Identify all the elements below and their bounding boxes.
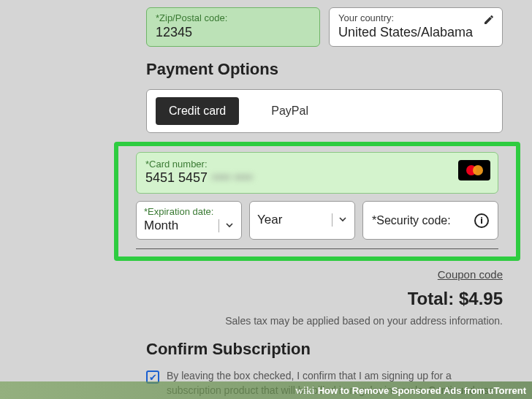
total-value: $4.95 xyxy=(459,289,503,308)
wikihow-logo-text: wiki xyxy=(295,384,315,397)
country-value: United States/Alabama xyxy=(338,25,493,40)
security-code-field[interactable]: *Security code: i xyxy=(362,201,498,240)
chevron-down-icon xyxy=(332,213,347,227)
tab-paypal[interactable]: PayPal xyxy=(258,97,322,125)
exp-year-select[interactable]: Year xyxy=(249,201,355,240)
exp-year-value: Year xyxy=(257,213,282,227)
card-number-masked: •••• •••• xyxy=(212,170,252,186)
card-number-field[interactable]: *Card number: 5451 5457 •••• •••• xyxy=(136,152,498,194)
card-details-highlight: *Card number: 5451 5457 •••• •••• *Expir… xyxy=(114,142,520,261)
exp-label: *Expiration date: xyxy=(144,206,234,217)
caption-title: How to Remove Sponsored Ads from uTorren… xyxy=(318,385,526,396)
card-number-label: *Card number: xyxy=(145,159,208,170)
divider xyxy=(136,248,498,249)
pencil-icon[interactable] xyxy=(483,14,495,28)
confirm-heading: Confirm Subscription xyxy=(146,340,503,359)
coupon-code-link-wrap: Coupon code xyxy=(132,268,503,281)
payment-method-tabs: Credit card PayPal xyxy=(146,89,503,133)
exp-month-select[interactable]: *Expiration date: Month xyxy=(136,201,242,240)
zip-field[interactable]: *Zip/Postal code: 12345 xyxy=(146,7,320,47)
caption-bar: wiki How to Remove Sponsored Ads from uT… xyxy=(0,381,532,399)
tab-credit-card[interactable]: Credit card xyxy=(156,97,239,125)
tax-note: Sales tax may be applied based on your a… xyxy=(132,315,503,327)
total-label: Total: xyxy=(408,289,455,308)
country-label: Your country: xyxy=(338,12,493,23)
order-total: Total: $4.95 xyxy=(132,289,503,309)
security-code-label: *Security code: xyxy=(372,214,451,227)
card-number-visible: 5451 5457 xyxy=(145,170,208,186)
chevron-down-icon xyxy=(218,219,234,232)
info-icon[interactable]: i xyxy=(474,213,489,228)
exp-month-value: Month xyxy=(144,218,178,233)
country-field[interactable]: Your country: United States/Alabama xyxy=(329,7,503,47)
mastercard-icon xyxy=(458,160,490,180)
zip-label: *Zip/Postal code: xyxy=(156,12,311,23)
payment-options-heading: Payment Options xyxy=(146,60,503,79)
zip-value: 12345 xyxy=(156,25,311,40)
coupon-code-link[interactable]: Coupon code xyxy=(438,268,503,281)
